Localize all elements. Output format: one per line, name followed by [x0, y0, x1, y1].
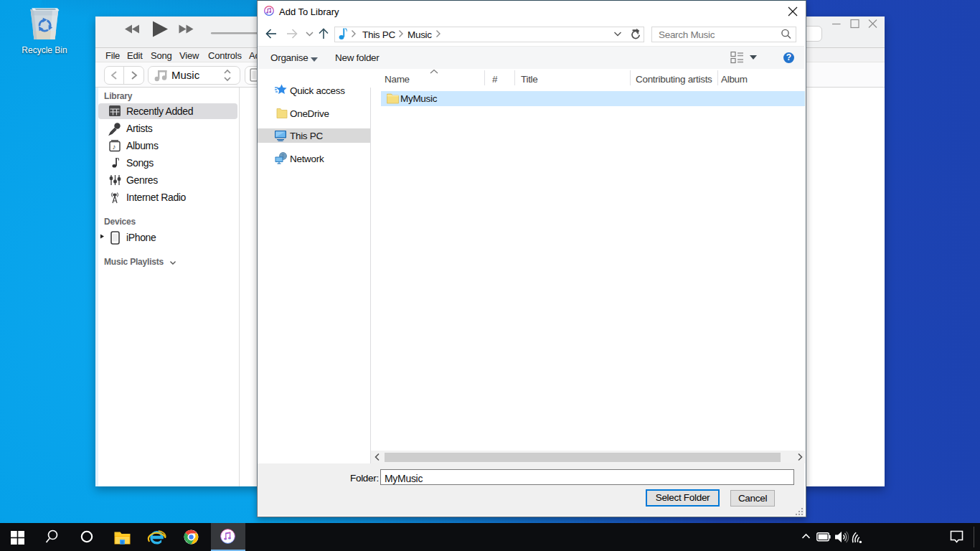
svg-text:♪: ♪ — [113, 143, 116, 151]
svg-text:Music: Music — [171, 69, 200, 81]
